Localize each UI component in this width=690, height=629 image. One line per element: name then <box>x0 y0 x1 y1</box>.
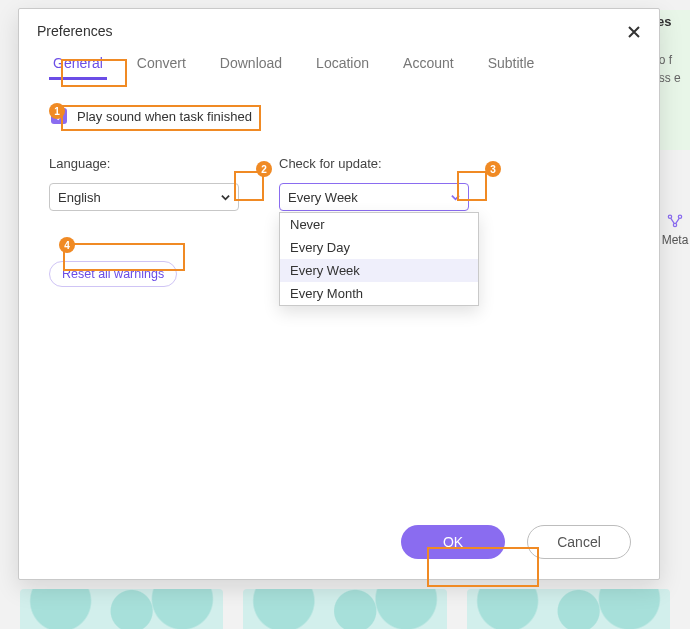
tabs-bar: General Convert Download Location Accoun… <box>19 49 659 86</box>
update-option-every-day[interactable]: Every Day <box>280 236 478 259</box>
cancel-button[interactable]: Cancel <box>527 525 631 559</box>
svg-point-0 <box>668 215 671 218</box>
language-label: Language: <box>49 156 249 171</box>
close-button[interactable] <box>623 21 645 43</box>
play-sound-label: Play sound when task finished <box>77 109 252 124</box>
play-sound-row[interactable]: Play sound when task finished <box>49 104 629 128</box>
tab-subtitle[interactable]: Subtitle <box>484 49 539 80</box>
dialog-content: Play sound when task finished Language: … <box>19 86 659 509</box>
update-value: Every Week <box>288 190 358 205</box>
update-label: Check for update: <box>279 156 479 171</box>
play-sound-checkbox[interactable] <box>51 108 67 124</box>
dialog-footer: OK Cancel <box>19 509 659 579</box>
language-select[interactable]: English <box>49 183 239 211</box>
language-value: English <box>58 190 101 205</box>
ok-button[interactable]: OK <box>401 525 505 559</box>
reset-warnings-button[interactable]: Reset all warnings <box>49 261 177 287</box>
update-option-every-week[interactable]: Every Week <box>280 259 478 282</box>
tab-account[interactable]: Account <box>399 49 458 80</box>
chevron-down-icon <box>220 192 230 202</box>
update-option-never[interactable]: Never <box>280 213 478 236</box>
background-thumbnails <box>20 589 670 629</box>
tab-location[interactable]: Location <box>312 49 373 80</box>
chevron-down-icon <box>450 192 460 202</box>
svg-point-1 <box>678 215 681 218</box>
preferences-dialog: Preferences General Convert Download Loc… <box>18 8 660 580</box>
metadata-icon: Meta <box>660 210 690 260</box>
tab-convert[interactable]: Convert <box>133 49 190 80</box>
tab-download[interactable]: Download <box>216 49 286 80</box>
svg-point-2 <box>673 223 676 226</box>
dialog-title: Preferences <box>19 9 659 49</box>
tab-general[interactable]: General <box>49 49 107 80</box>
update-select[interactable]: Every Week <box>279 183 469 211</box>
update-option-every-month[interactable]: Every Month <box>280 282 478 305</box>
update-dropdown: Never Every Day Every Week Every Month <box>279 212 479 306</box>
